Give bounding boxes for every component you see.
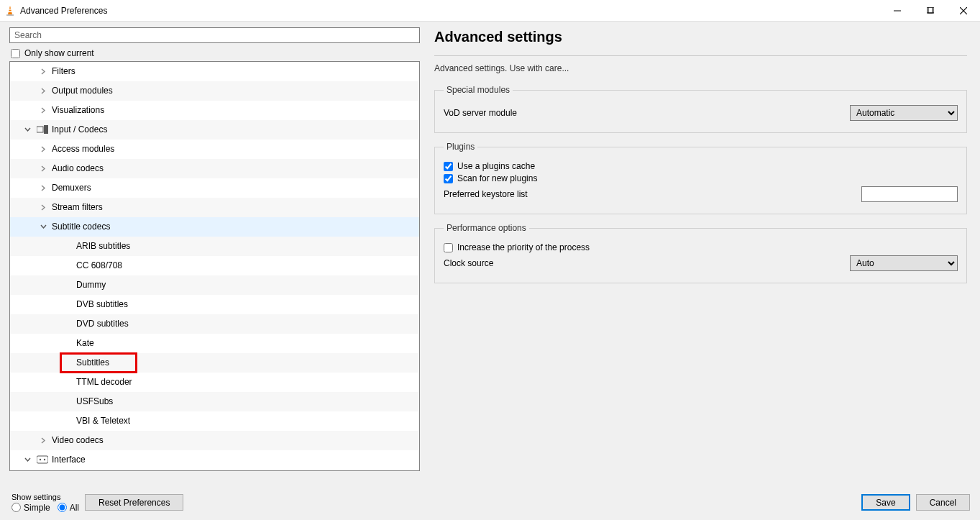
keystore-input[interactable]: [861, 186, 958, 202]
close-button[interactable]: [947, 0, 980, 22]
special-modules-group: Special modules VoD server module Automa…: [434, 85, 967, 133]
close-icon: [960, 7, 967, 14]
tree-item[interactable]: Demuxers: [10, 178, 419, 198]
tree-panel: FiltersOutput modulesVisualizationsInput…: [9, 61, 420, 471]
chevron-right-icon[interactable]: [40, 185, 50, 191]
chevron-down-icon[interactable]: [40, 224, 50, 230]
tree-item-label: Subtitles: [75, 357, 109, 368]
scan-new-plugins-checkbox[interactable]: [444, 174, 453, 183]
increase-priority-checkbox[interactable]: [444, 243, 453, 252]
svg-rect-8: [37, 127, 43, 132]
plugins-group: Plugins Use a plugins cache Scan for new…: [434, 142, 967, 214]
tree-item-label: Kate: [75, 338, 94, 348]
chevron-right-icon[interactable]: [40, 437, 50, 444]
vod-server-label: VoD server module: [444, 108, 850, 118]
settings-tree[interactable]: FiltersOutput modulesVisualizationsInput…: [10, 62, 419, 470]
tree-item[interactable]: Stream filters: [10, 198, 419, 217]
plugins-legend: Plugins: [444, 142, 477, 152]
input-codecs-icon: [35, 125, 50, 134]
clock-source-select[interactable]: Auto: [850, 255, 958, 271]
tree-item[interactable]: Subtitle codecs: [10, 217, 419, 237]
divider: [434, 55, 967, 56]
chevron-right-icon[interactable]: [40, 204, 50, 211]
tree-item[interactable]: ARIB subtitles: [10, 237, 419, 256]
tree-item[interactable]: CC 608/708: [10, 256, 419, 275]
save-button[interactable]: Save: [861, 494, 910, 511]
svg-rect-2: [8, 11, 12, 12]
chevron-right-icon[interactable]: [40, 68, 50, 75]
svg-rect-0: [6, 14, 14, 16]
tree-item-label: CC 608/708: [75, 260, 122, 270]
chevron-down-icon[interactable]: [24, 457, 35, 463]
tree-item[interactable]: Video codecs: [10, 431, 419, 450]
tree-item[interactable]: Input / Codecs: [10, 120, 419, 140]
tree-item[interactable]: DVD subtitles: [10, 314, 419, 334]
right-pane: Advanced settings Advanced settings. Use…: [426, 22, 980, 484]
vod-server-select[interactable]: Automatic: [850, 105, 958, 121]
reset-preferences-button[interactable]: Reset Preferences: [85, 494, 183, 511]
tree-item[interactable]: Kate: [10, 334, 419, 353]
tree-item[interactable]: Filters: [10, 62, 419, 81]
left-pane: Only show current FiltersOutput modulesV…: [0, 22, 426, 484]
tree-item-label: Audio codecs: [50, 163, 104, 173]
tree-item[interactable]: Audio codecs: [10, 159, 419, 178]
tree-item[interactable]: Dummy: [10, 275, 419, 295]
svg-rect-5: [928, 7, 934, 13]
cancel-button[interactable]: Cancel: [916, 494, 970, 511]
interface-icon: [35, 455, 50, 464]
tree-item-label: Stream filters: [50, 202, 103, 212]
tree-item-label: TTML decoder: [75, 377, 132, 387]
special-modules-legend: Special modules: [444, 85, 513, 95]
use-plugins-cache-checkbox[interactable]: [444, 162, 453, 171]
tree-item[interactable]: VBI & Teletext: [10, 411, 419, 431]
page-heading: Advanced settings: [434, 29, 967, 45]
tree-item[interactable]: Output modules: [10, 81, 419, 101]
simple-radio-label[interactable]: Simple: [12, 503, 50, 513]
tree-item[interactable]: TTML decoder: [10, 373, 419, 392]
main-area: Only show current FiltersOutput modulesV…: [0, 22, 980, 484]
tree-item[interactable]: Interface: [10, 450, 419, 470]
only-show-current-label: Only show current: [24, 48, 94, 58]
tree-item-label: ARIB subtitles: [75, 241, 130, 251]
tree-item-label: Interface: [50, 455, 86, 465]
chevron-down-icon[interactable]: [24, 127, 35, 133]
svg-rect-10: [37, 456, 48, 463]
minimize-icon: [894, 7, 901, 14]
search-input[interactable]: [9, 27, 420, 43]
tree-item-label: Video codecs: [50, 435, 104, 445]
scan-new-plugins-label: Scan for new plugins: [457, 173, 537, 183]
tree-item[interactable]: Subtitles: [10, 353, 419, 373]
svg-rect-1: [9, 9, 12, 10]
chevron-right-icon[interactable]: [40, 88, 50, 94]
minimize-button[interactable]: [881, 0, 914, 22]
simple-radio[interactable]: [12, 503, 21, 512]
footer: Show settings Simple All Reset Preferenc…: [0, 484, 980, 520]
tree-item[interactable]: DVB subtitles: [10, 295, 419, 314]
maximize-button[interactable]: [914, 0, 947, 22]
all-radio[interactable]: [58, 503, 67, 512]
tree-item-label: Filters: [50, 66, 75, 76]
only-show-current-checkbox[interactable]: [11, 49, 20, 58]
svg-point-12: [44, 459, 45, 460]
performance-group: Performance options Increase the priorit…: [434, 223, 967, 283]
tree-item[interactable]: Visualizations: [10, 101, 419, 120]
tree-item-label: Dummy: [75, 280, 106, 290]
all-radio-label[interactable]: All: [58, 503, 79, 513]
tree-item-label: Output modules: [50, 86, 113, 96]
titlebar: Advanced Preferences: [0, 0, 980, 22]
tree-item[interactable]: Access modules: [10, 140, 419, 159]
svg-point-11: [40, 459, 41, 460]
tree-item-label: Access modules: [50, 144, 114, 154]
increase-priority-label: Increase the priority of the process: [457, 242, 590, 252]
tree-item[interactable]: USFSubs: [10, 392, 419, 411]
chevron-right-icon[interactable]: [40, 107, 50, 114]
use-plugins-cache-label: Use a plugins cache: [457, 161, 535, 171]
tree-item-label: Visualizations: [50, 105, 104, 115]
svg-rect-4: [927, 7, 933, 13]
page-subtitle: Advanced settings. Use with care...: [434, 63, 967, 73]
tree-item-label: Demuxers: [50, 183, 91, 193]
chevron-right-icon[interactable]: [40, 165, 50, 172]
clock-source-label: Clock source: [444, 258, 850, 268]
tree-item-label: VBI & Teletext: [75, 416, 130, 426]
chevron-right-icon[interactable]: [40, 146, 50, 152]
